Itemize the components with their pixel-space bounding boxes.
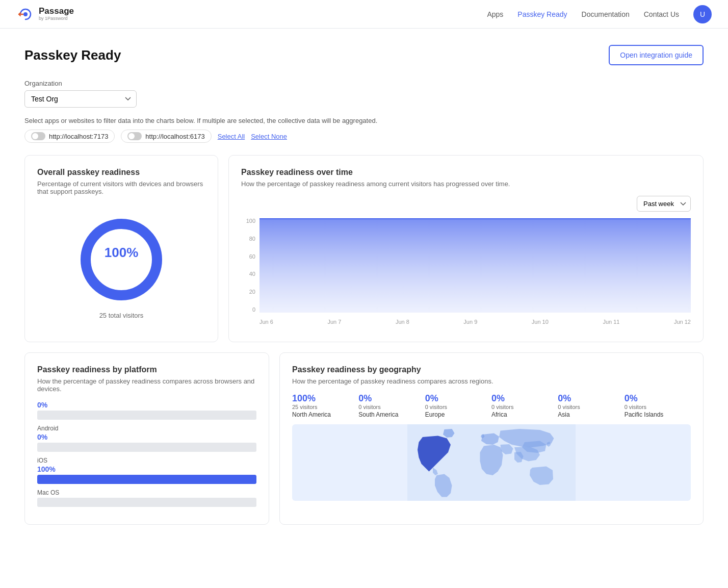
svg-point-1 (23, 12, 28, 16)
ts-header: Past week (241, 196, 691, 212)
geo-region-pi: Pacific Islands (625, 411, 691, 418)
filter-toggle-row: http://localhost:7173 http://localhost:6… (24, 130, 704, 143)
top-cards-row: Overall passkey readiness Percentage of … (24, 155, 704, 342)
brand-sub: by 1Password (39, 16, 74, 21)
avatar[interactable]: U (693, 5, 712, 23)
bar-pct-ios: 100% (37, 465, 256, 473)
nav-passkey-ready[interactable]: Passkey Ready (517, 10, 567, 18)
x-jun8: Jun 8 (396, 319, 409, 325)
x-jun10: Jun 10 (532, 319, 549, 325)
select-all-button[interactable]: Select All (218, 133, 245, 140)
donut-wrap: 100% 25 total visitors (37, 203, 205, 329)
bottom-cards-row: Passkey readiness by platform How the pe… (24, 352, 704, 525)
y-0: 0 (241, 306, 255, 313)
toggle-knob-1 (127, 132, 142, 140)
filter-description: Select apps or websites to filter data i… (24, 117, 704, 124)
overall-subtitle: Percentage of current visitors with devi… (37, 180, 205, 195)
bar-track-0 (37, 411, 256, 420)
geo-pct-af: 0% (491, 393, 558, 404)
nav-contact[interactable]: Contact Us (644, 10, 679, 18)
geo-visitors-na: 25 visitors (292, 404, 358, 410)
geo-stat-pacific: 0% 0 visitors Pacific Islands (625, 393, 691, 418)
geo-region-as: Asia (558, 411, 624, 418)
geo-visitors-af: 0 visitors (491, 404, 558, 410)
page-header: Passkey Ready Open integration guide (24, 45, 704, 65)
platform-title: Passkey readiness by platform (37, 365, 256, 374)
geo-visitors-sa: 0 visitors (358, 404, 425, 410)
page-title: Passkey Ready (24, 47, 121, 63)
overall-title: Overall passkey readiness (37, 168, 205, 177)
geo-stats-row: 100% 25 visitors North America 0% 0 visi… (292, 393, 691, 418)
bar-track-macos (37, 498, 256, 507)
bar-label-android: Android (37, 425, 256, 432)
x-jun6: Jun 6 (259, 319, 273, 325)
geo-stat-europe: 0% 0 visitors Europe (425, 393, 491, 418)
donut-visitors-label: 25 total visitors (99, 312, 144, 319)
bar-label-ios: iOS (37, 457, 256, 464)
passage-logo-icon (16, 5, 35, 23)
time-series-chart: 100 80 60 40 20 0 (241, 218, 691, 325)
chart-body (259, 218, 691, 313)
toggle-knob-0 (31, 132, 45, 140)
geo-stat-south-america: 0% 0 visitors South America (358, 393, 425, 418)
geo-visitors-as: 0 visitors (558, 404, 624, 410)
x-jun7: Jun 7 (327, 319, 341, 325)
geo-pct-sa: 0% (358, 393, 425, 404)
bar-track-android (37, 443, 256, 452)
bar-pct-android: 0% (37, 433, 256, 441)
geo-visitors-eu: 0 visitors (425, 404, 491, 410)
geo-pct-pi: 0% (625, 393, 691, 404)
map-svg (292, 424, 691, 501)
donut-chart: 100% (75, 214, 167, 305)
nav-apps[interactable]: Apps (487, 10, 503, 18)
geo-pct-eu: 0% (425, 393, 491, 404)
y-60: 60 (241, 253, 255, 260)
platform-subtitle: How the percentage of passkey readiness … (37, 377, 256, 393)
y-40: 40 (241, 271, 255, 277)
bar-label-macos: Mac OS (37, 489, 256, 496)
org-select[interactable]: Test Org (24, 90, 137, 108)
over-time-subtitle: How the percentage of passkey readiness … (241, 180, 691, 188)
geography-card: Passkey readiness by geography How the p… (279, 352, 704, 525)
org-section: Organization Test Org (24, 80, 704, 108)
bar-row-android: Android 0% (37, 425, 256, 452)
select-none-button[interactable]: Select None (251, 133, 287, 140)
x-jun9: Jun 9 (463, 319, 477, 325)
geo-region-na: North America (292, 411, 358, 418)
brand-name: Passage (39, 7, 74, 16)
toggle-chip-0[interactable]: http://localhost:7173 (24, 130, 115, 143)
y-20: 20 (241, 289, 255, 295)
overall-passkey-card: Overall passkey readiness Percentage of … (24, 155, 218, 342)
geo-subtitle: How the percentage of passkey readiness … (292, 377, 691, 385)
y-axis-labels: 100 80 60 40 20 0 (241, 218, 255, 313)
geo-region-sa: South America (358, 411, 425, 418)
integration-guide-button[interactable]: Open integration guide (609, 45, 704, 65)
y-80: 80 (241, 236, 255, 242)
navbar: Passage by 1Password Apps Passkey Ready … (0, 0, 728, 29)
bar-chart: 0% Android 0% iOS 100% (37, 401, 256, 507)
platform-card: Passkey readiness by platform How the pe… (24, 352, 269, 525)
donut-pct-text: 100% (105, 245, 139, 260)
passkey-over-time-card: Passkey readiness over time How the perc… (228, 155, 704, 342)
main-content: Passkey Ready Open integration guide Org… (0, 29, 728, 541)
bar-pct-0: 0% (37, 401, 256, 409)
timerange-select[interactable]: Past week (637, 196, 691, 212)
navbar-links: Apps Passkey Ready Documentation Contact… (487, 5, 712, 23)
toggle-label-0: http://localhost:7173 (49, 133, 108, 140)
org-label: Organization (24, 80, 704, 87)
geo-pct-as: 0% (558, 393, 624, 404)
geo-title: Passkey readiness by geography (292, 365, 691, 374)
toggle-chip-1[interactable]: http://localhost:6173 (121, 130, 211, 143)
logo: Passage by 1Password (16, 5, 74, 23)
x-jun11: Jun 11 (603, 319, 619, 325)
nav-documentation[interactable]: Documentation (582, 10, 630, 18)
bar-fill-ios (37, 475, 256, 484)
geo-pct-na: 100% (292, 393, 358, 404)
geo-visitors-pi: 0 visitors (625, 404, 691, 410)
geo-stat-asia: 0% 0 visitors Asia (558, 393, 624, 418)
x-axis-labels: Jun 6 Jun 7 Jun 8 Jun 9 Jun 10 Jun 11 Ju… (259, 319, 691, 325)
bar-row-macos: Mac OS (37, 489, 256, 507)
bar-track-ios (37, 475, 256, 484)
geo-region-eu: Europe (425, 411, 491, 418)
bar-row-ios: iOS 100% (37, 457, 256, 484)
